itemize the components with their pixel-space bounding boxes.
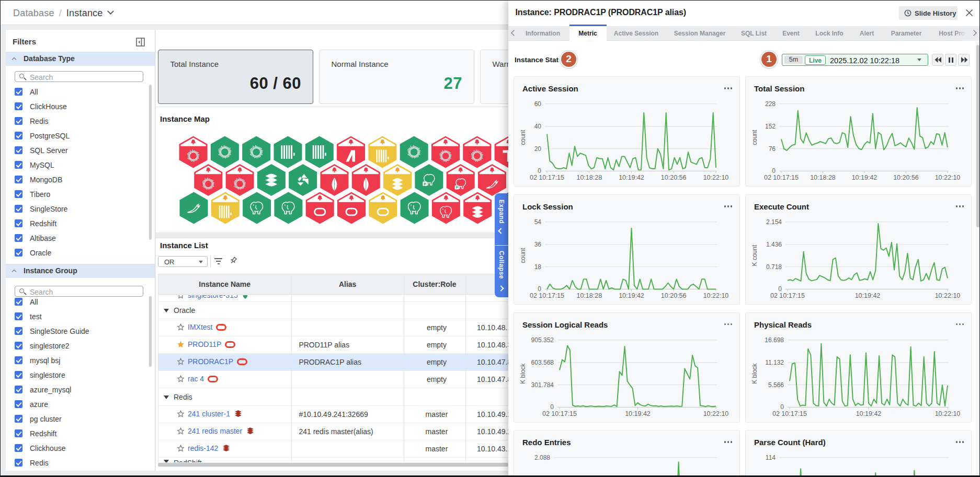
- svg-text:54: 54: [534, 218, 542, 226]
- svg-text:0: 0: [780, 403, 784, 411]
- svg-text:0: 0: [550, 403, 554, 411]
- svg-text:10:18:28: 10:18:28: [576, 174, 602, 181]
- svg-text:60: 60: [534, 100, 542, 108]
- svg-text:02 10:17:15: 02 10:17:15: [764, 174, 799, 181]
- svg-text:02 10:17:15: 02 10:17:15: [770, 292, 805, 299]
- svg-text:K block: K block: [519, 363, 527, 383]
- svg-text:10:20:56: 10:20:56: [661, 174, 687, 181]
- svg-text:count: count: [519, 248, 527, 263]
- svg-text:0: 0: [538, 167, 541, 174]
- svg-text:10:22:10: 10:22:10: [935, 292, 961, 299]
- svg-text:1.436: 1.436: [766, 241, 782, 248]
- svg-text:0: 0: [538, 285, 541, 293]
- svg-text:2.088: 2.088: [534, 454, 550, 461]
- svg-text:905.352: 905.352: [531, 336, 554, 343]
- svg-text:10:20:56: 10:20:56: [893, 174, 919, 181]
- svg-text:K block: K block: [751, 363, 758, 383]
- svg-text:5.566: 5.566: [768, 381, 784, 388]
- svg-text:20: 20: [534, 145, 542, 153]
- svg-text:10:22:10: 10:22:10: [935, 174, 961, 181]
- svg-text:10:19:42: 10:19:42: [856, 410, 882, 417]
- svg-text:11.132: 11.132: [765, 358, 784, 366]
- svg-text:228: 228: [765, 100, 776, 108]
- svg-text:0.718: 0.718: [766, 263, 782, 271]
- svg-text:count: count: [751, 130, 758, 145]
- svg-text:152: 152: [765, 123, 776, 130]
- svg-text:603.568: 603.568: [531, 358, 554, 366]
- svg-text:10:19:42: 10:19:42: [619, 292, 644, 299]
- svg-text:10:20:56: 10:20:56: [661, 292, 687, 299]
- svg-text:76: 76: [769, 145, 776, 153]
- svg-text:02 10:17:15: 02 10:17:15: [530, 292, 564, 299]
- svg-text:10:19:42: 10:19:42: [852, 174, 878, 181]
- svg-text:10:18:28: 10:18:28: [810, 174, 836, 181]
- svg-text:16.698: 16.698: [765, 336, 784, 343]
- svg-text:K count: K count: [751, 245, 758, 266]
- svg-text:10:22:10: 10:22:10: [703, 174, 729, 181]
- svg-text:10:18:28: 10:18:28: [576, 292, 602, 299]
- svg-text:10:19:42: 10:19:42: [619, 174, 644, 181]
- svg-text:10:22:10: 10:22:10: [703, 410, 729, 417]
- svg-text:10:22:10: 10:22:10: [935, 410, 961, 417]
- svg-text:40: 40: [534, 123, 542, 130]
- svg-text:10:22:10: 10:22:10: [703, 292, 729, 299]
- svg-text:0: 0: [778, 285, 782, 293]
- svg-text:02 10:17:15: 02 10:17:15: [772, 410, 807, 417]
- svg-text:10:19:42: 10:19:42: [625, 410, 651, 417]
- svg-text:2.154: 2.154: [766, 218, 782, 226]
- svg-text:10:19:42: 10:19:42: [855, 292, 881, 299]
- svg-text:0: 0: [772, 167, 776, 174]
- svg-text:count: count: [519, 130, 527, 145]
- svg-text:36: 36: [534, 241, 542, 248]
- svg-text:18: 18: [534, 263, 542, 271]
- svg-text:02 10:17:15: 02 10:17:15: [530, 174, 564, 181]
- svg-text:301.784: 301.784: [531, 381, 554, 388]
- svg-text:114: 114: [766, 454, 776, 461]
- svg-text:02 10:17:15: 02 10:17:15: [542, 410, 577, 417]
